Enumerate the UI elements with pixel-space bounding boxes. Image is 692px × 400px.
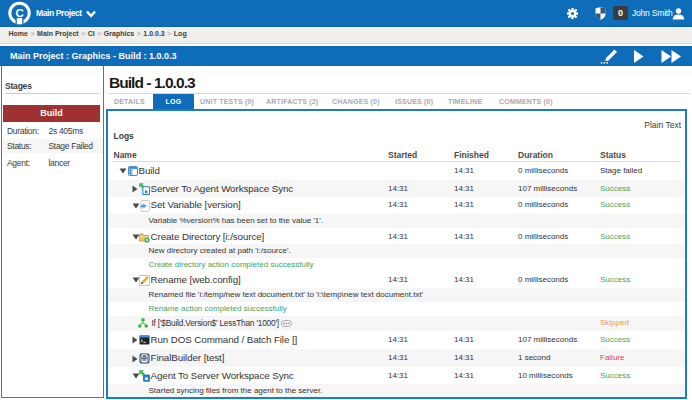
svg-text:C: C <box>15 7 23 19</box>
